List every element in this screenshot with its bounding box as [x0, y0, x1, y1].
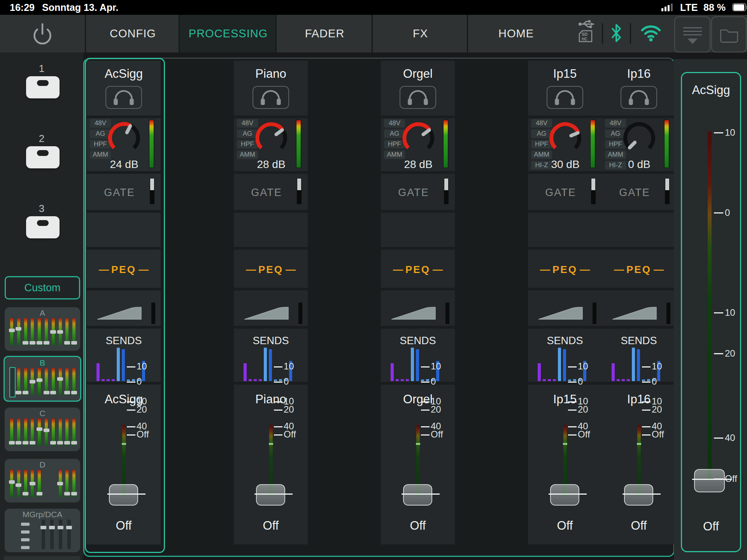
fader-scale-label: Off: [284, 429, 296, 440]
comp-button[interactable]: [538, 303, 583, 320]
channel-strip-ip15[interactable]: Ip15 48VAGHPFAMMHI-Z30 dBGATE—PEQ— SENDS…: [528, 61, 602, 544]
solo-button[interactable]: [400, 86, 436, 109]
gate-meter-fill: [444, 178, 448, 190]
send-bar: [558, 348, 561, 381]
send-bar: [416, 349, 419, 381]
section-divider: [87, 171, 161, 174]
sends-minigraph[interactable]: [381, 329, 455, 382]
layer-fader-cap: [71, 441, 77, 444]
mute-pill: [37, 80, 49, 86]
mute-group-3-button[interactable]: [26, 216, 60, 238]
layer-panel-b[interactable]: B: [4, 356, 81, 402]
peq-button[interactable]: —PEQ—: [528, 264, 602, 276]
layer-panel-d[interactable]: D: [5, 459, 80, 502]
meter-bridge-toggle-button[interactable]: [674, 16, 710, 52]
gain-knob[interactable]: [400, 119, 437, 157]
gain-value: 28 dB: [242, 158, 301, 171]
fader-scale-label: 10: [431, 361, 441, 372]
solo-button[interactable]: [105, 86, 142, 109]
layer-fader-cap: [16, 441, 21, 444]
peq-dash: —: [246, 264, 256, 276]
layer-panel-mgrp-dca[interactable]: MGrp/DCA: [5, 509, 80, 552]
send-bar: [563, 349, 566, 381]
gate-meter: [444, 178, 449, 204]
sends-minigraph[interactable]: [602, 329, 676, 382]
fader-scale-tick: [568, 410, 577, 411]
comp-button[interactable]: [97, 303, 142, 320]
channel-strip-piano[interactable]: Piano 48VAGHPFAMM28 dBGATE—PEQ— SENDSPia…: [234, 61, 308, 544]
master-fader-strip[interactable]: AcSigg 100102040Off Off: [681, 72, 741, 552]
mute-group-1-button[interactable]: [26, 76, 60, 98]
input-meter-fill: [591, 120, 595, 168]
fader-cap[interactable]: [403, 484, 432, 506]
send-bar: [279, 379, 282, 381]
sends-minigraph[interactable]: [528, 329, 602, 382]
fader-scale-tick: [274, 410, 282, 411]
peq-button[interactable]: —PEQ—: [234, 264, 308, 276]
master-scale-tick: [714, 438, 723, 439]
comp-button[interactable]: [391, 303, 436, 320]
section-divider: [602, 247, 676, 250]
tab-label: FX: [413, 27, 428, 40]
fader-scale-tick: [568, 401, 577, 402]
channel-strip-acsigg[interactable]: AcSigg 48VAGHPFAMM24 dBGATE—PEQ— SENDSAc…: [87, 61, 161, 544]
input-meter-fill: [444, 120, 448, 168]
custom-layer-button[interactable]: Custom: [5, 276, 80, 299]
gain-knob[interactable]: [253, 119, 290, 157]
comp-button[interactable]: [612, 303, 657, 320]
peq-button[interactable]: —PEQ—: [87, 264, 161, 276]
comp-button[interactable]: [244, 303, 289, 320]
gain-knob[interactable]: [621, 119, 658, 157]
status-date: Sonntag 13. Apr.: [42, 2, 118, 13]
fader-cap[interactable]: [550, 484, 579, 506]
power-button[interactable]: [0, 15, 85, 52]
master-fader-cap[interactable]: [694, 469, 725, 492]
fader-cap[interactable]: [256, 484, 285, 506]
fader-scale-tick: [127, 401, 135, 402]
peq-dash: —: [393, 264, 403, 276]
fader-scale-tick: [421, 382, 430, 383]
tab-config[interactable]: CONFIG: [85, 15, 180, 52]
tab-processing[interactable]: PROCESSING: [179, 15, 277, 52]
channel-strip-ip16[interactable]: Ip16 48VAGHPFAMMHI-Z0 dBGATE—PEQ— SENDSI…: [602, 61, 676, 544]
peq-button[interactable]: —PEQ—: [602, 264, 676, 276]
layer-fader-cap: [37, 341, 42, 345]
peq-dash: —: [99, 264, 109, 276]
tab-fx[interactable]: FX: [372, 15, 468, 52]
layer-fader-cap: [64, 391, 70, 394]
channel-strip-area: AcSigg 48VAGHPFAMM24 dBGATE—PEQ— SENDSAc…: [83, 58, 675, 557]
section-divider: [602, 171, 676, 174]
channel-name-label: Orgel: [381, 392, 455, 406]
solo-button[interactable]: [547, 86, 583, 109]
gate-meter-fill: [591, 178, 595, 190]
fader-scale-label: 10: [137, 361, 147, 372]
section-divider: [87, 326, 161, 329]
fader-cap[interactable]: [624, 484, 653, 506]
sends-minigraph[interactable]: [234, 329, 308, 382]
peq-button[interactable]: —PEQ—: [381, 264, 455, 276]
status-time: 16:29: [10, 2, 35, 13]
fader-value: Off: [602, 519, 676, 533]
gain-knob[interactable]: [105, 119, 143, 157]
send-bar: [122, 349, 125, 381]
send-bar: [632, 348, 635, 381]
comp-meter: [298, 303, 302, 324]
send-bar: [264, 348, 267, 381]
solo-button[interactable]: [621, 86, 657, 109]
layer-panel-a[interactable]: A: [5, 307, 80, 351]
dca-dash: [21, 538, 30, 541]
fader-cap[interactable]: [109, 484, 138, 506]
channel-strip-orgel[interactable]: Orgel 48VAGHPFAMM28 dBGATE—PEQ— SENDSOrg…: [381, 61, 455, 544]
mute-group-2-button[interactable]: [26, 146, 60, 168]
peq-dash: —: [654, 264, 664, 276]
dca-fader-slot: [67, 520, 71, 549]
send-bar: [254, 379, 257, 381]
layer-panel-c[interactable]: C: [5, 408, 80, 451]
sends-minigraph[interactable]: [87, 329, 161, 382]
tab-home[interactable]: HOME: [467, 15, 564, 52]
snapshots-button[interactable]: [711, 16, 747, 52]
section-divider: [87, 288, 161, 290]
tab-fader[interactable]: FADER: [275, 15, 373, 52]
gain-knob[interactable]: [547, 119, 584, 157]
solo-button[interactable]: [253, 86, 289, 109]
